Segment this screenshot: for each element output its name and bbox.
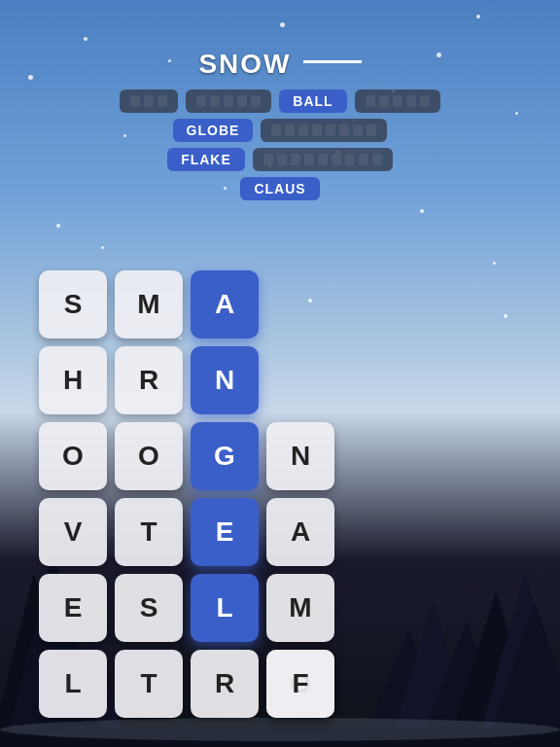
letter-cell[interactable]: O (115, 422, 183, 490)
hidden-pill (253, 148, 393, 171)
letter-cell[interactable]: R (115, 346, 183, 414)
letter-cell-selected[interactable]: A (191, 270, 259, 338)
word-hint-area: SNOW BALL GLOBE (0, 49, 560, 200)
letter-cell-selected[interactable]: G (191, 422, 259, 490)
letter-cell[interactable]: O (39, 422, 107, 490)
word-pill-globe[interactable]: GLOBE (173, 119, 254, 142)
letter-cell-selected[interactable]: E (191, 498, 259, 566)
word-row-4: CLAUS (240, 177, 319, 200)
word-row-2: GLOBE (173, 119, 388, 142)
word-pill-ball[interactable]: BALL (279, 89, 346, 113)
letter-cell-empty (266, 270, 334, 338)
main-word-display: SNOW (198, 49, 361, 80)
letter-cell[interactable]: R (191, 650, 259, 718)
word-pill-flake[interactable]: FLAKE (167, 148, 245, 171)
letter-cell[interactable]: S (39, 270, 107, 338)
letter-cell[interactable]: H (39, 346, 107, 414)
letter-cell-f[interactable]: F (266, 650, 334, 718)
letter-cell[interactable]: V (39, 498, 107, 566)
letter-cell-empty (266, 346, 334, 414)
letter-cell[interactable]: T (115, 498, 183, 566)
main-word-underline (303, 60, 362, 63)
game-container: SNOW BALL GLOBE (0, 0, 560, 747)
letter-cell[interactable]: M (266, 574, 334, 642)
word-pill-claus[interactable]: CLAUS (240, 177, 319, 200)
word-row-1: BALL (120, 89, 439, 113)
letter-cell-selected[interactable]: L (191, 574, 259, 642)
letter-cell[interactable]: E (39, 574, 107, 642)
letter-cell[interactable]: M (115, 270, 183, 338)
letter-cell[interactable]: S (115, 574, 183, 642)
letter-cell[interactable]: A (266, 498, 334, 566)
letter-cell[interactable]: T (115, 650, 183, 718)
main-word-text: SNOW (198, 49, 291, 80)
hidden-pill (120, 89, 178, 113)
hidden-pill (186, 89, 271, 113)
hidden-pill (355, 89, 440, 113)
hidden-pill (261, 119, 387, 142)
word-row-3: FLAKE (167, 148, 393, 171)
letter-cell[interactable]: L (39, 650, 107, 718)
letter-cell[interactable]: N (266, 422, 334, 490)
letter-cell-selected[interactable]: N (191, 346, 259, 414)
